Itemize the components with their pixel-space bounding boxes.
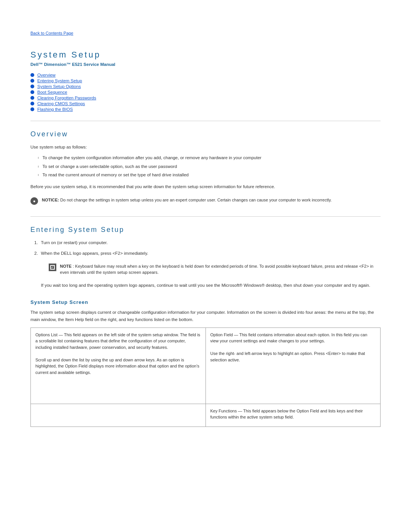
toc-bullet-icon bbox=[30, 85, 34, 88]
notice-label: NOTICE: bbox=[42, 198, 59, 202]
notice-icon: ● bbox=[30, 197, 38, 205]
page-title: System Setup bbox=[30, 50, 381, 60]
table-row-bottom: Key Functions — This field appears below… bbox=[31, 404, 381, 427]
notice-box: ● NOTICE: Do not change the settings in … bbox=[30, 195, 381, 207]
option-field-text: Option Field — This field contains infor… bbox=[210, 332, 368, 362]
entering-steps: 1. Turn on (or restart) your computer. 2… bbox=[34, 239, 381, 292]
overview-heading: Overview bbox=[30, 130, 381, 138]
toc-link-overview[interactable]: Overview bbox=[37, 73, 56, 77]
note-label: NOTE bbox=[60, 264, 72, 268]
entering-section: Entering System Setup 1. Turn on (or res… bbox=[30, 226, 381, 427]
toc-item-bios[interactable]: Flashing the BIOS bbox=[30, 107, 381, 112]
note-icon: ✓ bbox=[49, 264, 56, 271]
overview-bullet-1: To change the system configuration infor… bbox=[38, 154, 381, 161]
overview-bullet-3: To read the current amount of memory or … bbox=[38, 171, 381, 178]
table-row-top: Options List — This field appears on the… bbox=[31, 328, 381, 404]
entering-step-2: 2. When the DELL logo appears, press <F2… bbox=[34, 250, 381, 292]
toc-item-entering[interactable]: Entering System Setup bbox=[30, 78, 381, 83]
key-functions-cell: Key Functions — This field appears below… bbox=[206, 404, 381, 427]
toc-link-passwords[interactable]: Clearing Forgotten Passwords bbox=[37, 96, 96, 100]
toc-link-boot[interactable]: Boot Sequence bbox=[37, 90, 67, 94]
notice-text: NOTICE: Do not change the settings in sy… bbox=[42, 197, 332, 203]
options-list-text: Options List — This field appears on the… bbox=[35, 332, 200, 375]
entering-step-1: 1. Turn on (or restart) your computer. bbox=[34, 239, 381, 246]
section-divider-1 bbox=[30, 121, 381, 121]
entering-followup: If you wait too long and the operating s… bbox=[41, 282, 381, 289]
toc-link-options[interactable]: System Setup Options bbox=[37, 84, 81, 89]
toc-link-bios[interactable]: Flashing the BIOS bbox=[37, 107, 73, 112]
toc-link-cmos[interactable]: Clearing CMOS Settings bbox=[37, 101, 85, 106]
table-of-contents: Overview Entering System Setup System Se… bbox=[30, 73, 381, 112]
toc-item-boot[interactable]: Boot Sequence bbox=[30, 90, 381, 94]
overview-bullet-2: To set or change a user-selectable optio… bbox=[38, 163, 381, 170]
toc-item-passwords[interactable]: Clearing Forgotten Passwords bbox=[30, 96, 381, 100]
toc-item-cmos[interactable]: Clearing CMOS Settings bbox=[30, 101, 381, 106]
setup-screen-subheading: System Setup Screen bbox=[30, 299, 381, 305]
setup-screen-intro: The system setup screen displays current… bbox=[30, 309, 381, 323]
toc-bullet-icon bbox=[30, 90, 34, 94]
note-body: : Keyboard failure may result when a key… bbox=[60, 264, 373, 275]
notice-body: Do not change the settings in system set… bbox=[60, 198, 331, 202]
toc-bullet-icon bbox=[30, 96, 34, 100]
entering-heading: Entering System Setup bbox=[30, 226, 381, 234]
toc-item-overview[interactable]: Overview bbox=[30, 73, 381, 77]
overview-bullets: To change the system configuration infor… bbox=[38, 154, 381, 178]
overview-before-notice: Before you use system setup, it is recom… bbox=[30, 183, 381, 190]
toc-bullet-icon bbox=[30, 73, 34, 77]
back-to-contents-link[interactable]: Back to Contents Page bbox=[30, 31, 73, 35]
section-divider-2 bbox=[30, 216, 381, 217]
overview-intro: Use system setup as follows: bbox=[30, 144, 381, 150]
toc-link-entering[interactable]: Entering System Setup bbox=[37, 78, 82, 83]
overview-section: Overview Use system setup as follows: To… bbox=[30, 130, 381, 207]
option-field-cell: Option Field — This field contains infor… bbox=[206, 328, 381, 404]
empty-left-cell bbox=[31, 404, 206, 427]
manual-title: Dell™ Dimension™ E521 Service Manual bbox=[30, 62, 381, 67]
toc-bullet-icon bbox=[30, 79, 34, 83]
key-functions-text: Key Functions — This field appears below… bbox=[210, 409, 363, 420]
note-text: NOTE : Keyboard failure may result when … bbox=[60, 263, 381, 276]
setup-screen-table: Options List — This field appears on the… bbox=[30, 328, 381, 427]
options-list-cell: Options List — This field appears on the… bbox=[31, 328, 206, 404]
entering-note-box: ✓ NOTE : Keyboard failure may result whe… bbox=[49, 261, 381, 278]
toc-item-options[interactable]: System Setup Options bbox=[30, 84, 381, 89]
toc-bullet-icon bbox=[30, 107, 34, 111]
toc-bullet-icon bbox=[30, 102, 34, 105]
